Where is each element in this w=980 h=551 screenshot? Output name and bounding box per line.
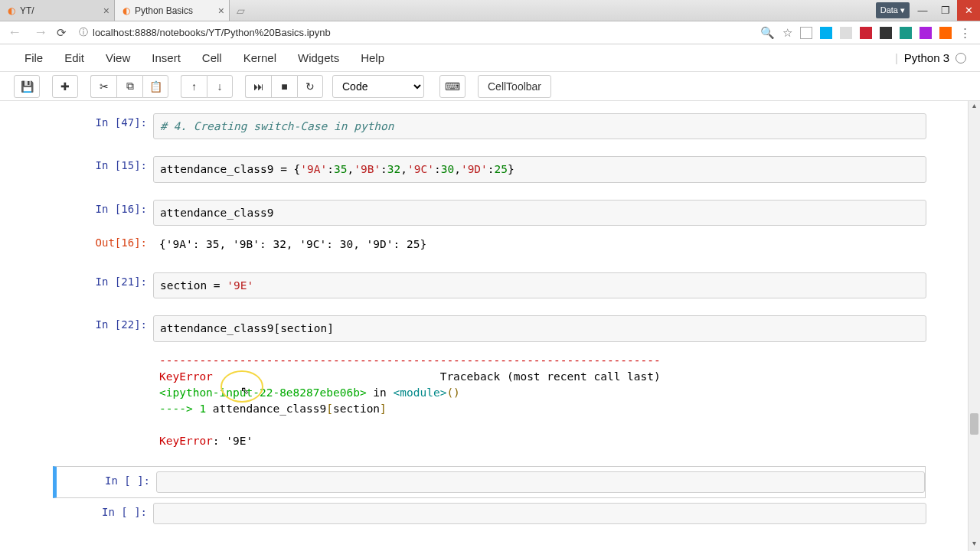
scroll-up-icon[interactable]: ▴	[969, 101, 980, 113]
browser-tab-1[interactable]: ◐ Python Basics ×	[115, 0, 230, 21]
cursor-icon: ⇖	[240, 384, 250, 396]
prompt	[54, 350, 153, 452]
ext-icon[interactable]	[820, 27, 832, 39]
scrollbar-thumb[interactable]	[970, 413, 978, 435]
ext-icon[interactable]	[900, 27, 912, 39]
close-icon[interactable]: ×	[103, 5, 109, 17]
data-button[interactable]: Data ▾	[876, 2, 910, 18]
kernel-name: Python 3	[904, 51, 949, 64]
ext-icon[interactable]	[920, 27, 932, 39]
prompt: In [ ]:	[57, 471, 156, 493]
cell-4[interactable]: In [21]:section = '9E'	[54, 269, 926, 302]
address-bar: ← → ⟳ ⓘ localhost:8888/notebooks/YT/Pyth…	[0, 21, 980, 44]
menu-icon[interactable]: ⋮	[959, 26, 971, 40]
browser-tab-0[interactable]: ◐ YT/ ×	[0, 0, 115, 21]
move-group: ↑ ↓	[181, 75, 233, 98]
cut-copy-paste-group: ✂ ⧉ 📋	[90, 75, 168, 98]
tab-favicon: ◐	[8, 5, 15, 16]
prompt: In [47]:	[54, 113, 153, 139]
stop-icon[interactable]: ■	[271, 75, 297, 98]
scroll-down-icon[interactable]: ▾	[969, 539, 980, 551]
vertical-scrollbar[interactable]: ▴ ▾	[968, 101, 980, 551]
prompt: In [ ]:	[54, 503, 153, 524]
menu-kernel[interactable]: Kernel	[233, 51, 287, 64]
restart-icon[interactable]: ↻	[297, 75, 323, 98]
paste-icon[interactable]: 📋	[142, 75, 168, 98]
prompt: Out[16]:	[54, 233, 153, 256]
code-input[interactable]: # 4. Creating switch-Case in python	[153, 113, 926, 139]
celltoolbar-button[interactable]: CellToolbar	[478, 75, 551, 98]
code-input[interactable]: section = '9E'	[153, 272, 926, 298]
minimize-icon[interactable]: —	[911, 0, 934, 21]
command-palette-icon[interactable]: ⌨	[439, 75, 466, 98]
kernel-indicator: | Python 3	[895, 51, 966, 64]
menu-help[interactable]: Help	[350, 51, 395, 64]
menu-edit[interactable]: Edit	[54, 51, 95, 64]
tab-title: Python Basics	[135, 5, 193, 16]
menu-insert[interactable]: Insert	[141, 51, 191, 64]
menu-widgets[interactable]: Widgets	[287, 51, 350, 64]
code-input[interactable]	[153, 503, 926, 524]
ext-icon[interactable]	[800, 27, 812, 39]
cell-5[interactable]: In [22]:attendance_class9[section]	[54, 312, 926, 344]
new-tab-button[interactable]: ▱	[230, 0, 251, 21]
cell-2[interactable]: In [16]:attendance_class9	[54, 197, 926, 229]
ext-icon[interactable]	[880, 27, 892, 39]
cell-0[interactable]: In [47]:# 4. Creating switch-Case in pyt…	[54, 110, 926, 142]
ext-icon[interactable]	[860, 27, 872, 39]
ext-icon[interactable]	[939, 27, 952, 39]
cut-icon[interactable]: ✂	[90, 75, 116, 98]
menu-view[interactable]: View	[95, 51, 141, 64]
menubar: File Edit View Insert Cell Kernel Widget…	[0, 44, 980, 72]
add-cell-icon[interactable]: ✚	[52, 75, 78, 98]
forward-icon[interactable]: →	[31, 24, 51, 41]
ext-icon[interactable]	[840, 27, 852, 39]
menu-file[interactable]: File	[14, 51, 54, 64]
cell-6[interactable]: ----------------------------------------…	[54, 347, 926, 455]
move-up-icon[interactable]: ↑	[181, 75, 207, 98]
back-icon[interactable]: ←	[5, 24, 24, 41]
close-window-icon[interactable]: ✕	[957, 0, 980, 21]
tab-favicon: ◐	[122, 5, 130, 16]
notebook-area[interactable]: In [47]:# 4. Creating switch-Case in pyt…	[0, 101, 980, 551]
run-icon[interactable]: ⏭	[245, 75, 271, 98]
cell-7[interactable]: In [ ]:	[53, 466, 926, 498]
celltype-select[interactable]: Code	[332, 75, 424, 98]
maximize-icon[interactable]: ❐	[934, 0, 957, 21]
bookmark-icon[interactable]: ☆	[782, 26, 792, 40]
menu-cell[interactable]: Cell	[191, 51, 233, 64]
prompt: In [22]:	[54, 315, 153, 341]
browser-titlebar: ◐ YT/ × ◐ Python Basics × ▱ Data ▾ — ❐ ✕	[0, 0, 980, 21]
output-text: {'9A': 35, '9B': 32, '9C': 30, '9D': 25}	[153, 233, 926, 256]
prompt: In [21]:	[54, 272, 153, 298]
cell-1[interactable]: In [15]:attendance_class9 = {'9A':35,'9B…	[54, 153, 926, 185]
save-icon[interactable]: 💾	[14, 75, 40, 98]
url-field[interactable]: ⓘ localhost:8888/notebooks/YT/Python%20B…	[73, 26, 754, 39]
reload-icon[interactable]: ⟳	[57, 26, 67, 40]
cell-3[interactable]: Out[16]:{'9A': 35, '9B': 32, '9C': 30, '…	[54, 230, 926, 259]
addrbar-actions: 🔍 ☆ ⋮	[760, 26, 975, 40]
copy-icon[interactable]: ⧉	[116, 75, 142, 98]
code-input[interactable]: attendance_class9[section]	[153, 315, 926, 341]
error-output: ----------------------------------------…	[153, 350, 926, 452]
cell-8[interactable]: In [ ]:	[54, 500, 926, 527]
close-icon[interactable]: ×	[218, 5, 224, 17]
code-input[interactable]: attendance_class9	[153, 200, 926, 226]
zoom-icon[interactable]: 🔍	[760, 26, 775, 40]
tab-title: YT/	[20, 5, 34, 16]
prompt: In [15]:	[54, 156, 153, 182]
move-down-icon[interactable]: ↓	[207, 75, 233, 98]
run-group: ⏭ ■ ↻	[245, 75, 323, 98]
window-controls: Data ▾ — ❐ ✕	[874, 0, 980, 21]
code-input[interactable]: attendance_class9 = {'9A':35,'9B':32,'9C…	[153, 156, 926, 182]
code-input[interactable]	[156, 471, 925, 493]
toolbar: 💾 ✚ ✂ ⧉ 📋 ↑ ↓ ⏭ ■ ↻ Code ⌨ CellToolbar	[0, 72, 980, 101]
prompt: In [16]:	[54, 200, 153, 226]
info-icon[interactable]: ⓘ	[79, 26, 88, 39]
url-text: localhost:8888/notebooks/YT/Python%20Bas…	[93, 27, 331, 38]
kernel-status-icon	[956, 53, 966, 64]
